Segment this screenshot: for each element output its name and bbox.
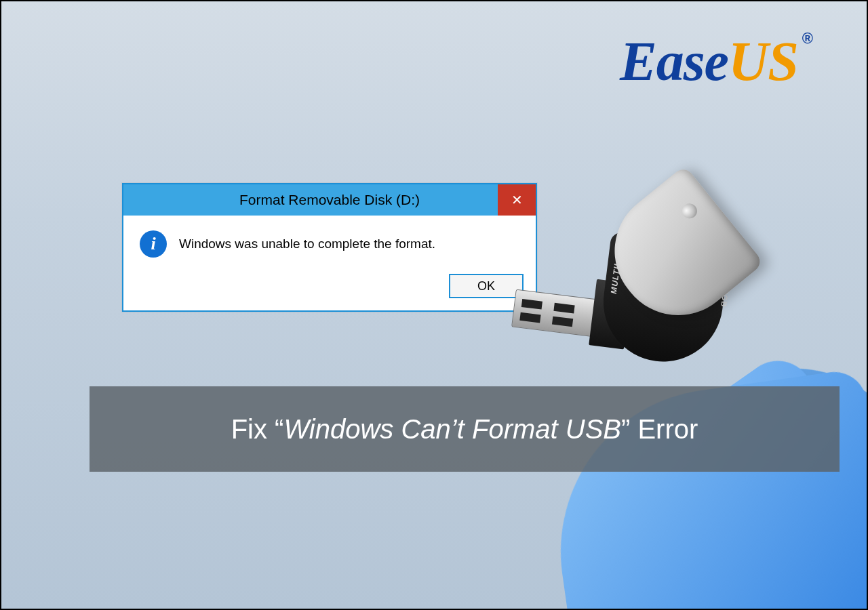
dialog-message: Windows was unable to complete the forma… xyxy=(179,237,435,251)
dialog-footer: OK xyxy=(123,264,536,310)
dialog-body: i Windows was unable to complete the for… xyxy=(123,216,536,264)
dialog-title: Format Removable Disk (D:) xyxy=(239,192,420,208)
usb-drive-illustration: MULTILASER 8GB xyxy=(508,166,772,371)
logo-part-us: US xyxy=(728,30,798,94)
headline-text: Fix “Windows Can’t Format USB” Error xyxy=(231,414,698,445)
format-error-dialog: Format Removable Disk (D:) ✕ i Windows w… xyxy=(122,183,537,312)
headline-band: Fix “Windows Can’t Format USB” Error xyxy=(90,386,840,472)
headline-prefix: Fix “ xyxy=(231,414,284,445)
usb-plug xyxy=(511,289,602,338)
info-glyph: i xyxy=(151,234,155,254)
info-icon: i xyxy=(140,230,167,258)
headline-italic: Windows Can’t Format USB xyxy=(283,414,621,445)
easeus-logo: EaseUS ® xyxy=(620,30,812,94)
logo-part-ease: Ease xyxy=(620,30,728,94)
registered-mark: ® xyxy=(802,30,812,47)
dialog-titlebar: Format Removable Disk (D:) ✕ xyxy=(123,184,536,216)
headline-suffix: ” Error xyxy=(621,414,698,445)
